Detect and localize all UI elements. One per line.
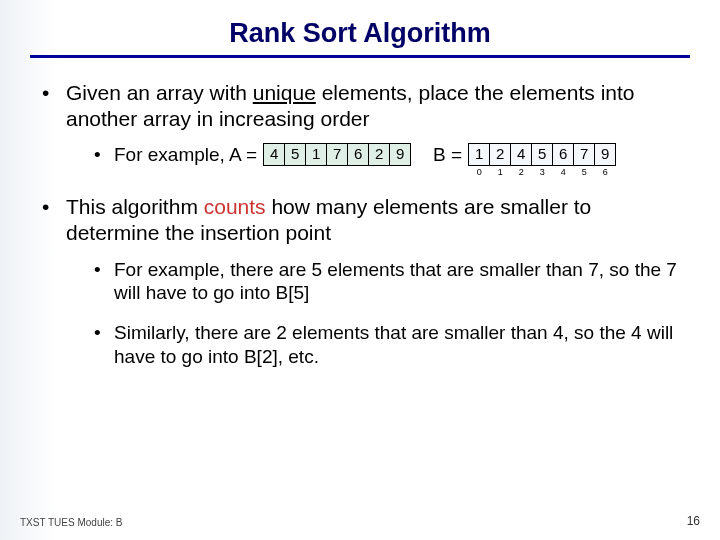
a-cell: 2 (369, 144, 390, 166)
b-idx: 1 (490, 166, 511, 179)
bullet-intro: Given an array with unique elements, pla… (42, 80, 690, 178)
a-cell: 5 (285, 144, 306, 166)
array-b: 1 2 4 5 6 7 9 0 1 (468, 143, 616, 178)
example-2: Similarly, there are 2 elements that are… (94, 321, 690, 369)
sub-list-1: For example, A = 4 5 1 7 6 2 9 (66, 143, 690, 178)
b-cell: 4 (511, 144, 532, 166)
footer-text: TXST TUES Module: B (20, 517, 122, 528)
b-cell: 2 (490, 144, 511, 166)
bullet-algorithm: This algorithm counts how many elements … (42, 194, 690, 368)
title-underline (30, 55, 690, 58)
array-b-indices: 0 1 2 3 4 5 6 (469, 166, 616, 179)
b-idx: 0 (469, 166, 490, 179)
slide: Rank Sort Algorithm Given an array with … (0, 0, 720, 540)
array-a: 4 5 1 7 6 2 9 (263, 143, 411, 166)
b-idx: 2 (511, 166, 532, 179)
b-cell: 1 (469, 144, 490, 166)
b-cell: 5 (532, 144, 553, 166)
example-1: For example, there are 5 elements that a… (94, 258, 690, 306)
intro-text-pre: Given an array with (66, 81, 253, 104)
algo-pre: This algorithm (66, 195, 204, 218)
intro-underlined: unique (253, 81, 316, 104)
array-b-stack: 1 2 4 5 6 7 9 0 1 (468, 143, 616, 178)
b-idx: 5 (574, 166, 595, 179)
b-idx: 4 (553, 166, 574, 179)
a-label: For example, A = (114, 143, 257, 167)
a-cell: 1 (306, 144, 327, 166)
example-row: For example, A = 4 5 1 7 6 2 9 (114, 143, 690, 178)
b-cell: 7 (574, 144, 595, 166)
slide-title: Rank Sort Algorithm (30, 18, 690, 55)
sub-list-2: For example, there are 5 elements that a… (66, 258, 690, 369)
bullet-list: Given an array with unique elements, pla… (30, 80, 690, 369)
a-cell: 7 (327, 144, 348, 166)
page-number: 16 (687, 514, 700, 528)
a-cell: 4 (264, 144, 285, 166)
b-cell: 9 (595, 144, 616, 166)
algo-counts: counts (204, 195, 266, 218)
b-idx: 6 (595, 166, 616, 179)
a-cell: 6 (348, 144, 369, 166)
b-cell: 6 (553, 144, 574, 166)
b-label: B = (433, 143, 462, 167)
b-idx: 3 (532, 166, 553, 179)
a-cell: 9 (390, 144, 411, 166)
example-bullet: For example, A = 4 5 1 7 6 2 9 (94, 143, 690, 178)
